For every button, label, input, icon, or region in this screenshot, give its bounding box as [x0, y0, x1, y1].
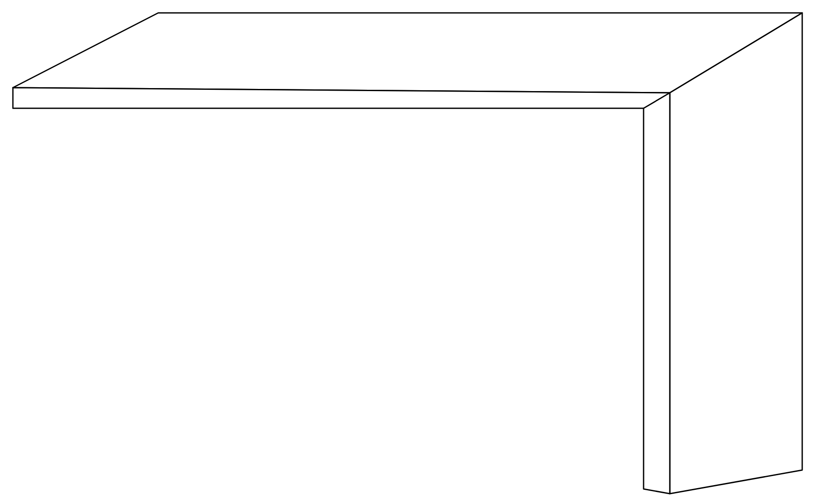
right-side-face [670, 13, 802, 494]
l-bracket-diagram [0, 0, 825, 504]
top-face [13, 13, 802, 93]
front-l-face [13, 88, 670, 494]
